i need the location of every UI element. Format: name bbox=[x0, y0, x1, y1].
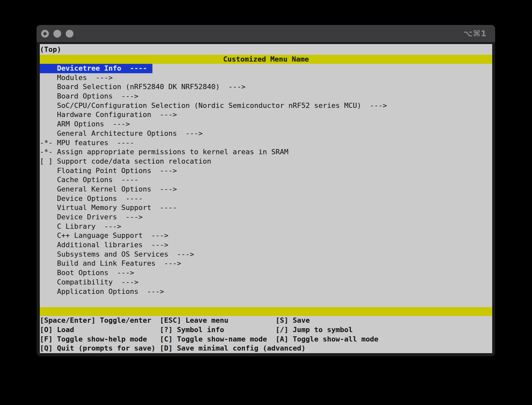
menu-item[interactable]: Virtual Memory Support ---- bbox=[40, 203, 492, 213]
footer-shortcut-row: [Space/Enter] Toggle/enter [ESC] Leave m… bbox=[40, 316, 492, 325]
desktop: { "colors": { "accent_blue": "#1838cc", … bbox=[0, 0, 532, 405]
menu-item[interactable]: SoC/CPU/Configuration Selection (Nordic … bbox=[40, 101, 492, 110]
terminal-window: ⌥⌘1 (Top) Customized Menu Name Devicetre… bbox=[37, 25, 495, 356]
terminal-screen[interactable]: (Top) Customized Menu Name Devicetree In… bbox=[40, 44, 492, 353]
menu-item[interactable]: Device Options ---- bbox=[40, 194, 492, 203]
breadcrumb: (Top) bbox=[40, 44, 492, 55]
menu-item[interactable]: Floating Point Options ---> bbox=[40, 166, 492, 176]
menu-item[interactable]: [ ] Support code/data section relocation bbox=[40, 157, 492, 166]
menu-empty-area bbox=[40, 296, 492, 307]
menu-item[interactable]: C Library ---> bbox=[40, 222, 492, 231]
menu-item[interactable]: Subsystems and OS Services ---> bbox=[40, 250, 492, 259]
menu-item[interactable]: Hardware Configuration ---> bbox=[40, 110, 492, 120]
footer-shortcut-row: [F] Toggle show-help mode [C] Toggle sho… bbox=[40, 335, 492, 344]
footer-shortcut-row: [Q] Quit (prompts for save) [D] Save min… bbox=[40, 344, 492, 353]
menu-item[interactable]: -*- MPU features ---- bbox=[40, 138, 492, 148]
menu-item[interactable]: Build and Link Features ---> bbox=[40, 259, 492, 268]
menu-item[interactable]: Devicetree Info ---- bbox=[40, 64, 492, 73]
menu-item[interactable]: General Architecture Options ---> bbox=[40, 129, 492, 138]
menu-item[interactable]: Additional libraries ---> bbox=[40, 240, 492, 250]
window-shortcut-badge: ⌥⌘1 bbox=[463, 29, 487, 38]
selected-menu-item[interactable]: Devicetree Info ---- bbox=[40, 64, 152, 73]
menu-list: Devicetree Info ---- Modules ---> Board … bbox=[40, 64, 492, 296]
menu-item[interactable]: ARM Options ---> bbox=[40, 120, 492, 129]
menu-item[interactable]: General Kernel Options ---> bbox=[40, 185, 492, 194]
close-button-icon[interactable] bbox=[41, 30, 49, 38]
footer-shortcut-row: [O] Load [?] Symbol info [/] Jump to sym… bbox=[40, 325, 492, 335]
menu-item[interactable]: Board Options ---> bbox=[40, 92, 492, 101]
menu-item[interactable]: Cache Options ---- bbox=[40, 175, 492, 185]
menu-item[interactable]: Device Drivers ---> bbox=[40, 213, 492, 222]
menu-item[interactable]: Application Options ---> bbox=[40, 287, 492, 296]
menu-item[interactable]: C++ Language Support ---> bbox=[40, 231, 492, 240]
menu-item[interactable]: Compatibility ---> bbox=[40, 278, 492, 287]
traffic-lights bbox=[41, 30, 73, 38]
shortcut-help-footer: [Space/Enter] Toggle/enter [ESC] Leave m… bbox=[40, 316, 492, 353]
menu-title-bar: Customized Menu Name bbox=[40, 55, 492, 64]
menu-item[interactable]: Board Selection (nRF52840 DK NRF52840) -… bbox=[40, 82, 492, 92]
window-titlebar[interactable]: ⌥⌘1 bbox=[37, 25, 495, 42]
menu-item[interactable]: Boot Options ---> bbox=[40, 268, 492, 278]
menu-item[interactable]: Modules ---> bbox=[40, 73, 492, 83]
minimize-button-icon[interactable] bbox=[53, 30, 61, 38]
menu-item[interactable]: -*- Assign appropriate permissions to ke… bbox=[40, 147, 492, 157]
zoom-button-icon[interactable] bbox=[66, 30, 73, 38]
separator-bar bbox=[40, 307, 492, 316]
